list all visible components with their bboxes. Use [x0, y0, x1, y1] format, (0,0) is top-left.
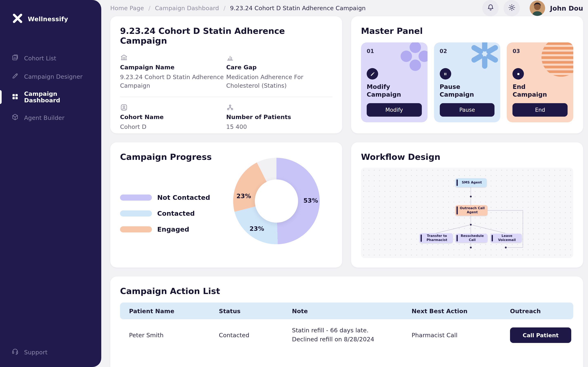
brand-logo-x-icon: [11, 12, 24, 26]
dashboard-grid-icon: [11, 93, 19, 101]
table-row: Peter Smith Contacted Statin refill - 66…: [120, 319, 573, 350]
sidebar-item-label: Agent Builder: [24, 114, 65, 121]
donut-label-contacted: 23%: [250, 225, 264, 233]
field-label: Cohort Name: [120, 114, 226, 120]
sidebar-item-agent-builder[interactable]: Agent Builder: [0, 108, 101, 127]
end-button[interactable]: End: [513, 103, 568, 117]
breadcrumb: Home Page / Campaign Dashboard / 9.23.24…: [110, 5, 366, 11]
sidebar-item-label: Cohort List: [24, 55, 56, 61]
legend-swatch: [120, 226, 152, 233]
workflow-node-label: Outreach Call Agent: [458, 207, 486, 214]
column-header: Note: [292, 308, 412, 314]
column-header: Next Best Action: [412, 308, 510, 314]
field-value: 15 400: [226, 123, 330, 131]
tile-label: Modify Campaign: [367, 83, 401, 99]
sidebar: Wellnessify Cohort List Campaign Designe…: [0, 0, 101, 367]
pen-icon: [11, 72, 19, 81]
campaign-action-list-title: Campaign Action List: [120, 286, 573, 296]
cell-next-best-action: Pharmacist Call: [412, 332, 510, 338]
legend-label: Engaged: [157, 225, 189, 233]
donut-label-not-contacted: 53%: [303, 197, 318, 204]
tile-label: End Campaign: [513, 83, 547, 99]
pause-button[interactable]: Pause: [440, 103, 494, 117]
workflow-node[interactable]: Transfer to Pharmacist: [419, 233, 453, 243]
cell-status: Contacted: [219, 332, 292, 338]
master-tile: 02 Pause Campaign Pause: [434, 42, 500, 122]
sidebar-item-campaign-dashboard[interactable]: Campaign Dashboard: [0, 86, 101, 108]
tile-number: 01: [367, 48, 422, 54]
legend-swatch: [120, 194, 152, 201]
campaign-progress-card: Campaign Progress Not Contacted Contacte…: [110, 142, 342, 267]
breadcrumb-separator: /: [148, 5, 150, 11]
field-label: Campaign Name: [120, 64, 226, 71]
topbar: Home Page / Campaign Dashboard / 9.23.24…: [110, 0, 583, 16]
cell-outreach: Call Patient: [510, 327, 573, 343]
column-header: Status: [219, 308, 292, 314]
workflow-node-label: Transfer to Pharmacist: [423, 234, 451, 242]
patients-icon: [226, 104, 332, 112]
master-tile: 03 End Campaign End: [507, 42, 573, 122]
sidebar-item-label: Campaign Designer: [24, 73, 82, 80]
brand: Wellnessify: [0, 0, 101, 26]
content: Home Page / Campaign Dashboard / 9.23.24…: [101, 0, 588, 367]
pause-icon: [440, 68, 451, 80]
notifications-button[interactable]: [482, 0, 499, 16]
breadcrumb-separator: /: [224, 5, 226, 11]
campaign-info-card: 9.23.24 Cohort D Statin Adherence Campai…: [110, 16, 342, 133]
legend-label: Contacted: [157, 210, 195, 217]
bar-chart-icon: [226, 54, 332, 62]
person-icon: [120, 104, 226, 112]
workflow-node-label: Resschedule Call: [458, 234, 486, 242]
campaign-action-list-card: Campaign Action List Patient Name Status…: [110, 276, 583, 367]
table-header: Patient Name Status Note Next Best Actio…: [120, 303, 573, 319]
master-panel-title: Master Panel: [361, 26, 573, 36]
bell-icon: [486, 3, 494, 13]
support-label: Support: [24, 349, 48, 355]
sidebar-item-cohort-list[interactable]: Cohort List: [0, 49, 101, 67]
field-number-of-patients: Number of Patients 15 400: [226, 104, 332, 131]
workflow-node[interactable]: SMS Agent: [455, 178, 487, 187]
column-header: Patient Name: [129, 308, 219, 314]
field-label: Number of Patients: [226, 114, 332, 120]
field-value: 9.23.24 Cohort D Statin Adherence Campai…: [120, 73, 224, 90]
breadcrumb-home[interactable]: Home Page: [110, 5, 144, 11]
tile-number: 03: [513, 48, 568, 54]
asterisk-decoration: [468, 42, 501, 71]
cube-icon: [11, 113, 19, 122]
brand-name: Wellnessify: [28, 16, 68, 23]
field-care-gap: Care Gap Medication Adherence For Choles…: [226, 54, 332, 90]
app: Wellnessify Cohort List Campaign Designe…: [0, 0, 588, 367]
workflow-node[interactable]: Resschedule Call: [455, 234, 488, 243]
workflow-design-card: Workflow Design: [351, 142, 583, 267]
field-label: Care Gap: [226, 64, 332, 71]
tile-label: Pause Campaign: [440, 83, 474, 99]
sidebar-item-support[interactable]: Support: [11, 348, 48, 356]
cell-note: Statin refill - 66 days late. Declined r…: [292, 326, 412, 344]
workflow-canvas: SMS Agent Outreach Call Agent Transfer t…: [361, 167, 573, 258]
call-patient-button[interactable]: Call Patient: [510, 327, 571, 343]
sidebar-item-campaign-designer[interactable]: Campaign Designer: [0, 67, 101, 86]
donut-label-engaged: 23%: [236, 192, 251, 200]
workflow-node-label: Leave Voicemail: [494, 234, 520, 242]
workflow-node-label: SMS Agent: [462, 181, 482, 184]
breadcrumb-campaign-dashboard[interactable]: Campaign Dashboard: [155, 5, 219, 11]
stop-icon: [513, 68, 524, 80]
settings-button[interactable]: [503, 0, 520, 16]
breadcrumb-current: 9.23.24 Cohort D Statin Adherence Campai…: [230, 5, 366, 11]
legend-swatch: [120, 210, 152, 217]
avatar[interactable]: [530, 0, 545, 16]
donut-hole: [255, 179, 298, 223]
campaign-info-title: 9.23.24 Cohort D Statin Adherence Campai…: [120, 26, 332, 46]
workflow-node[interactable]: Outreach Call Agent: [455, 205, 488, 216]
modify-button[interactable]: Modify: [367, 103, 422, 117]
gear-icon: [508, 3, 516, 13]
master-panel-card: Master Panel 01 Modify: [351, 16, 583, 133]
donut-chart: 53% 23% 23%: [233, 158, 320, 244]
workflow-node[interactable]: Leave Voicemail: [490, 234, 522, 243]
striped-circle-decoration: [541, 42, 573, 77]
master-tile: 01 Modify Campaign Modify: [361, 42, 427, 122]
note-line: Declined refill on 8/28/2024: [292, 335, 412, 344]
dashboard-grid: 9.23.24 Cohort D Statin Adherence Campai…: [110, 16, 583, 367]
user-name: John Dou: [550, 4, 583, 12]
field-value: Cohort D: [120, 123, 224, 131]
